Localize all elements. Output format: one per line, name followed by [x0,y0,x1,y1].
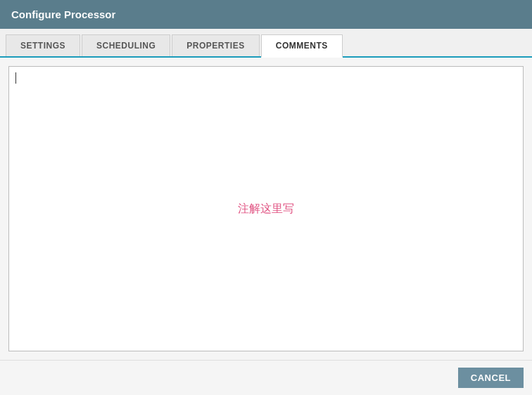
tab-scheduling[interactable]: SCHEDULING [82,34,170,56]
tab-settings[interactable]: SETTINGS [6,34,80,56]
cancel-button[interactable]: CANCEL [458,368,524,388]
configure-processor-dialog: Configure Processor SETTINGS SCHEDULING … [0,0,532,395]
dialog-header: Configure Processor [0,0,532,29]
comments-textarea-box: 注解这里写 [8,66,524,351]
tab-content-comments: 注解这里写 [0,58,532,360]
comments-textarea[interactable] [9,67,523,351]
tab-properties[interactable]: PROPERTIES [172,34,259,56]
dialog-footer: CANCEL [0,360,532,395]
tab-comments[interactable]: COMMENTS [261,34,343,58]
dialog-title: Configure Processor [11,8,115,20]
tab-bar: SETTINGS SCHEDULING PROPERTIES COMMENTS [0,29,532,58]
